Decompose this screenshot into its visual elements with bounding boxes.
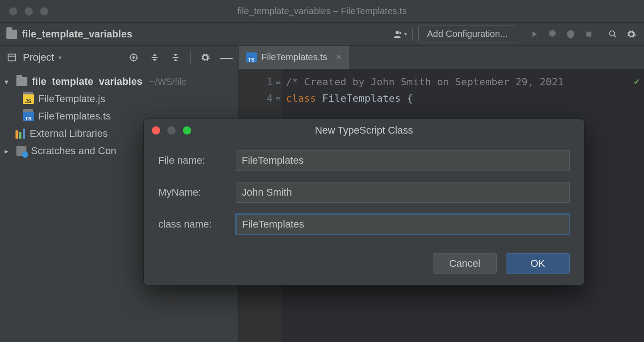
dialog-zoom-icon[interactable] [183,126,191,135]
my-name-input[interactable] [236,182,570,203]
class-name-input[interactable] [236,214,570,235]
ok-button[interactable]: OK [506,253,570,274]
dialog-minimize-icon[interactable] [167,126,176,135]
new-typescript-class-dialog: New TypeScript Class File name: MyName: … [143,119,585,285]
file-name-input[interactable] [236,150,570,171]
class-name-label: class name: [158,218,236,230]
my-name-label: MyName: [158,187,236,198]
dialog-close-icon[interactable] [152,126,160,135]
dialog-titlebar: New TypeScript Class [144,119,584,142]
cancel-button[interactable]: Cancel [433,253,497,274]
dialog-title: New TypeScript Class [315,124,413,136]
dialog-backdrop: New TypeScript Class File name: MyName: … [0,0,644,342]
file-name-label: File name: [158,155,236,166]
dialog-traffic-lights [152,126,191,135]
